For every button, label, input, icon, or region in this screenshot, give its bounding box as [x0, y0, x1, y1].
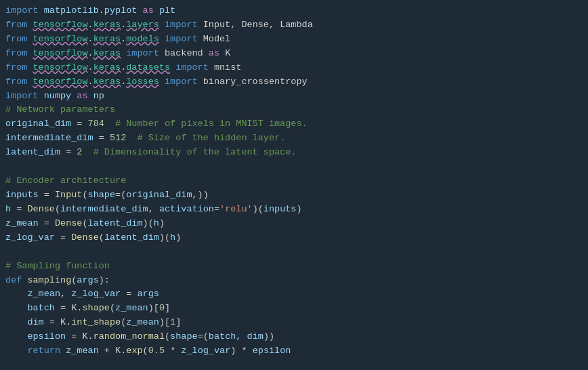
code-editor: import matplotlib.pyplot as plt from ten… — [0, 0, 588, 370]
